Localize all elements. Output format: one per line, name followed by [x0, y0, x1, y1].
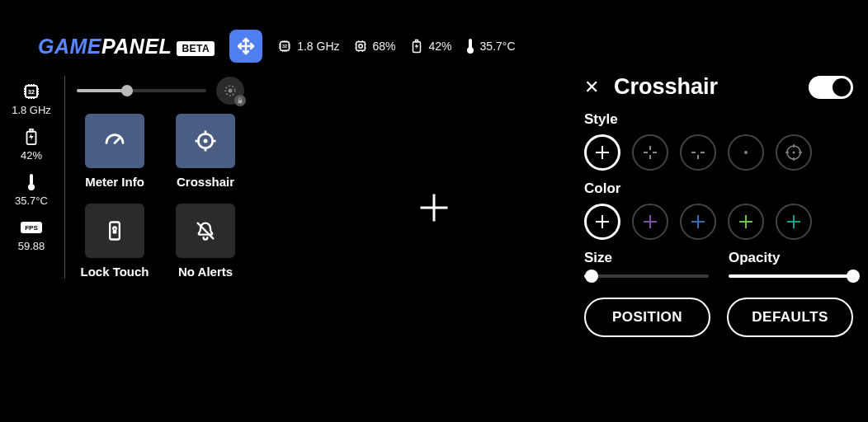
- style-plus-icon: [592, 143, 612, 162]
- status-strip: 32 1.8 GHz 68% 42% 35.7°C: [277, 38, 515, 54]
- svg-point-25: [793, 152, 795, 154]
- color-option-white[interactable]: [584, 204, 620, 240]
- close-button[interactable]: ✕: [584, 78, 599, 96]
- status-battery-value: 42%: [429, 40, 452, 53]
- color-swatch-icon: [736, 212, 756, 232]
- cpu-chip-icon: 32: [277, 39, 292, 54]
- meter-fps: FPS 59.88: [18, 218, 45, 252]
- battery-charging-icon: [409, 39, 424, 54]
- style-option-t[interactable]: [680, 134, 716, 171]
- tile-crosshair-label: Crosshair: [177, 175, 234, 189]
- app-logo: GAMEPANEL BETA: [38, 35, 215, 59]
- svg-point-16: [229, 89, 233, 93]
- style-t-icon: [688, 143, 708, 162]
- position-button[interactable]: POSITION: [584, 298, 710, 337]
- tile-meter-info-wrap: Meter Info: [77, 114, 153, 189]
- style-reticle-icon: [784, 143, 804, 162]
- tile-lock-touch-wrap: Lock Touch: [77, 204, 153, 279]
- tile-no-alerts-label: No Alerts: [178, 265, 233, 279]
- status-battery: 42%: [409, 39, 452, 54]
- opacity-label: Opacity: [729, 250, 853, 266]
- sliders-row: Size Opacity: [584, 250, 853, 278]
- svg-point-23: [744, 151, 748, 154]
- tile-crosshair-wrap: Crosshair: [167, 114, 243, 189]
- meter-fps-value: 59.88: [18, 240, 45, 252]
- status-cpu: 32 1.8 GHz: [277, 39, 339, 54]
- fps-icon: FPS: [21, 220, 42, 235]
- meter-temp: 35.7°C: [15, 173, 48, 207]
- topbar: GAMEPANEL BETA 32 1.8 GHz 68% 42% 35.7°C: [38, 30, 516, 63]
- meter-battery-value: 42%: [21, 149, 42, 162]
- svg-point-13: [28, 184, 35, 190]
- color-section-label: Color: [584, 181, 853, 197]
- size-label: Size: [584, 250, 709, 266]
- auto-brightness-button[interactable]: [216, 77, 244, 105]
- tile-no-alerts[interactable]: [176, 204, 235, 258]
- style-section-label: Style: [584, 111, 853, 128]
- svg-rect-11: [30, 129, 33, 132]
- crosshair-toggle[interactable]: [809, 76, 853, 99]
- brightness-row: [77, 76, 244, 106]
- svg-rect-22: [113, 230, 117, 234]
- meter-temp-value: 35.7°C: [15, 195, 48, 207]
- bell-off-icon: [194, 219, 217, 242]
- style-row: [584, 134, 853, 171]
- svg-rect-5: [415, 40, 417, 42]
- svg-point-7: [467, 47, 474, 54]
- crosshair-panel: ✕ Crosshair Style Color: [584, 74, 853, 337]
- color-option-teal[interactable]: [776, 204, 812, 240]
- thermometer-icon: [465, 38, 475, 54]
- tile-lock-touch[interactable]: [85, 204, 144, 258]
- color-option-purple[interactable]: [632, 204, 668, 240]
- opacity-slider[interactable]: [729, 274, 853, 278]
- size-slider[interactable]: [584, 274, 709, 278]
- meter-battery: 42%: [21, 128, 42, 162]
- tile-meter-info[interactable]: [85, 114, 144, 168]
- crosshair-buttons: POSITION DEFAULTS: [584, 298, 853, 337]
- tile-crosshair[interactable]: [176, 114, 235, 168]
- style-option-dot[interactable]: [728, 134, 764, 171]
- battery-charging-icon: [22, 128, 40, 146]
- overlay-crosshair-icon: [418, 192, 450, 223]
- color-option-green[interactable]: [728, 204, 764, 240]
- color-swatch-icon: [784, 212, 804, 232]
- move-icon: [236, 36, 256, 56]
- beta-badge: BETA: [177, 41, 215, 56]
- style-option-plus[interactable]: [584, 134, 620, 171]
- color-row: [584, 204, 853, 240]
- color-swatch-icon: [592, 212, 612, 232]
- style-dot-icon: [736, 143, 756, 162]
- svg-text:32: 32: [282, 44, 287, 49]
- color-option-blue[interactable]: [680, 204, 716, 240]
- color-swatch-icon: [640, 212, 660, 232]
- svg-point-3: [358, 45, 362, 49]
- svg-text:32: 32: [28, 89, 35, 95]
- svg-rect-12: [30, 174, 33, 185]
- svg-rect-18: [238, 100, 243, 103]
- gauge-icon: [102, 129, 127, 153]
- crosshair-panel-title: Crosshair: [614, 74, 718, 100]
- style-plus-dashed-icon: [640, 143, 660, 162]
- drag-handle-button[interactable]: [229, 30, 262, 63]
- lock-icon: [237, 97, 243, 104]
- opacity-slider-col: Opacity: [729, 250, 853, 278]
- status-memory: 68%: [353, 39, 396, 54]
- meter-cpu: 32 1.8 GHz: [12, 82, 51, 116]
- crosshair-icon: [193, 129, 218, 153]
- thermometer-icon: [26, 173, 36, 191]
- svg-rect-2: [356, 42, 365, 51]
- phone-lock-icon: [103, 219, 126, 242]
- style-option-reticle[interactable]: [776, 134, 812, 171]
- style-option-plus-dashed[interactable]: [632, 134, 668, 171]
- logo-part-1: GAME: [38, 35, 101, 58]
- defaults-button[interactable]: DEFAULTS: [727, 298, 853, 337]
- brightness-slider[interactable]: [77, 89, 206, 92]
- status-temp-value: 35.7°C: [480, 40, 516, 53]
- logo-part-2: PANEL: [101, 35, 172, 58]
- size-slider-col: Size: [584, 250, 709, 278]
- tile-meter-info-label: Meter Info: [85, 175, 144, 189]
- tile-lock-touch-label: Lock Touch: [80, 265, 149, 279]
- status-temp: 35.7°C: [465, 38, 516, 54]
- memory-chip-icon: [353, 39, 368, 54]
- svg-text:FPS: FPS: [25, 224, 38, 232]
